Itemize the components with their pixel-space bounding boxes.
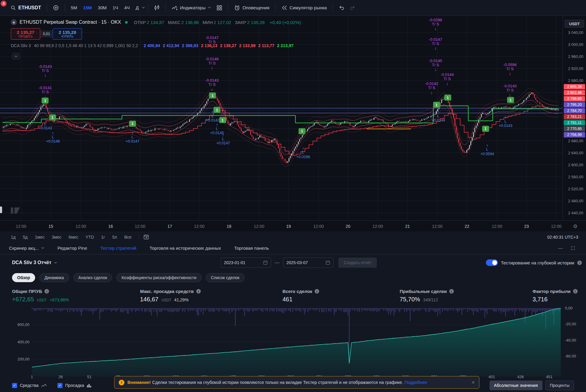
go-to-date-button[interactable] — [143, 234, 149, 240]
price-label-chip: 2 802,46 — [564, 90, 585, 95]
panel-tab[interactable]: Торговля на исторических данных — [150, 246, 221, 251]
chevron-down-icon[interactable] — [142, 7, 145, 9]
price-chart[interactable]: -0.0143T/ S↓-0.0141T/ S↓-0.0147T/ S↓-0.0… — [0, 16, 563, 220]
checkbox-checked[interactable]: ✓ — [57, 383, 63, 388]
range-6мес[interactable]: 6мес — [66, 234, 81, 240]
ohlc-label: МАКС — [168, 20, 181, 25]
sell-button[interactable]: 2 135,27 ПРОДАТЬ — [11, 28, 40, 40]
market-simulator-button[interactable]: Симулятор рынка — [279, 3, 330, 13]
redo-button[interactable] — [347, 3, 359, 13]
range-1г[interactable]: 1г — [98, 234, 108, 240]
checkbox-checked[interactable]: ✓ — [12, 383, 17, 388]
deep-history-toggle[interactable] — [486, 259, 498, 266]
grid-layout-icon — [216, 5, 222, 11]
close-icon[interactable]: × — [472, 379, 475, 386]
subtab[interactable]: Анализ сделок — [73, 273, 112, 282]
warning-text: Внимание!Сделки тестирования на глубокой… — [127, 380, 427, 385]
panel-tab[interactable]: Редактор Pine — [57, 246, 87, 251]
subtab[interactable]: Динамика — [39, 273, 69, 282]
report-header: DCA Sliv 3 Отчёт 2023-01-01 — 2025-03-07… — [0, 255, 586, 271]
timeframe-5M[interactable]: 5M — [68, 3, 80, 12]
buy-label: КУПИТЬ — [62, 35, 73, 38]
timeframe-Д[interactable]: Д — [133, 3, 142, 12]
chart-title[interactable]: ETHUSDT Perpetual Swap Contract · 15 · O… — [20, 20, 121, 25]
timeframe-group: 5M15M30M1Ч4ЧД — [68, 3, 142, 12]
panel-tab-label: Торговая панель — [234, 246, 269, 251]
stat-value: 461 — [282, 296, 292, 303]
range-3мес[interactable]: 3мес — [49, 234, 64, 240]
info-icon[interactable]: i — [315, 289, 319, 294]
panel-tab[interactable]: Скринер акц... — [9, 246, 44, 251]
stat-extra: 41,29% — [174, 297, 188, 302]
series-toggle-equity[interactable]: ✓Средства — [12, 383, 47, 388]
currency-button[interactable]: USDT — [565, 20, 584, 28]
toolbar-separator — [166, 4, 166, 12]
stat-label: Всего сделокi — [282, 289, 319, 294]
time-axis[interactable]: ⚙ 12:001512:001612:001712:001812:001912:… — [0, 220, 586, 232]
range-toolbar: 1д5д1мес3мес6месYTD1г5лВсе 02:40:31 UTC+… — [0, 232, 586, 242]
date-to-input[interactable]: 2025-03-07 — [283, 258, 334, 268]
layout-grid-button[interactable] — [214, 3, 225, 13]
price-axis[interactable]: USDT 3 040,003 000,002 960,002 920,002 8… — [563, 16, 586, 220]
info-icon[interactable]: i — [196, 289, 201, 294]
clock[interactable]: 02:40:31 UTC+3 — [547, 235, 578, 240]
sell-price: 2 135,27 — [17, 30, 34, 35]
timeframe-4Ч[interactable]: 4Ч — [121, 3, 133, 12]
minimize-icon[interactable]: — — [558, 246, 563, 251]
alerts-button[interactable]: Оповещения — [231, 3, 272, 13]
strategy-value: 2 213,97 — [277, 43, 294, 48]
generate-report-button[interactable]: Создать отчёт — [338, 258, 377, 268]
panel-window-controls: — — [558, 246, 577, 251]
symbol-search-button[interactable]: ETHUSDT — [8, 3, 44, 12]
info-icon[interactable]: i — [449, 289, 454, 294]
alerts-label: Оповещения — [243, 5, 270, 10]
info-icon[interactable]: i — [573, 289, 578, 294]
toolbar-separator — [139, 234, 139, 240]
axis-settings-gear-icon[interactable]: ⚙ — [573, 223, 578, 229]
timeframe-30M[interactable]: 30M — [95, 3, 110, 12]
timeframe-1Ч[interactable]: 1Ч — [110, 3, 121, 12]
ohlc-value: 2 135,28 — [247, 20, 264, 25]
range-1д[interactable]: 1д — [8, 234, 19, 240]
date-from-input[interactable]: 2023-01-01 — [221, 258, 271, 268]
range-5д[interactable]: 5д — [20, 234, 31, 240]
stat-label-text: Фактор прибыли — [533, 289, 571, 294]
compare-add-button[interactable] — [50, 3, 62, 13]
range-Все[interactable]: Все — [121, 234, 134, 240]
range-5л[interactable]: 5л — [109, 234, 120, 240]
range-1мес[interactable]: 1мес — [32, 234, 47, 240]
buy-button[interactable]: 2 135,28 КУПИТЬ — [53, 28, 82, 40]
timeframe-15M[interactable]: 15M — [80, 3, 95, 12]
maximize-icon[interactable] — [571, 246, 575, 250]
legend-collapse-button[interactable] — [12, 53, 20, 59]
series-toggle-drawdown[interactable]: ✓Просадка — [57, 383, 92, 388]
subtab[interactable]: Список сделок — [206, 273, 245, 282]
chart-legend: ◆ ETHUSDT Perpetual Swap Contract · 15 ·… — [11, 19, 301, 48]
equity-curve-section[interactable]: 600,00400,00200,000,00-20,00-40,00-60,00… — [0, 307, 586, 379]
left-toolbar-handle[interactable] — [0, 207, 2, 213]
undo-button[interactable] — [336, 3, 347, 13]
chart-type-button[interactable] — [151, 3, 163, 13]
warning-icon: ! — [119, 380, 124, 385]
chevron-down-icon — [208, 7, 211, 9]
value-mode-button[interactable]: Абсолютные значения — [490, 381, 542, 390]
toolbar-separator — [65, 4, 65, 12]
buy-price: 2 135,28 — [59, 30, 76, 35]
panel-tab[interactable]: Торговая панель — [234, 246, 269, 251]
report-title[interactable]: DCA Sliv 3 Отчёт — [12, 260, 57, 265]
value-mode-button[interactable]: Проценты — [545, 381, 574, 390]
panel-tab[interactable]: Тестер стратегий — [100, 246, 136, 251]
stat-block: Всего сделокi461 — [282, 289, 319, 303]
subtab[interactable]: Обзор — [12, 273, 35, 282]
subtab[interactable]: Коэффициенты риска/эффективности — [116, 273, 201, 282]
info-icon[interactable]: i — [577, 261, 582, 265]
warning-more-link[interactable]: Подробнее — [404, 380, 427, 385]
info-icon[interactable]: i — [44, 289, 49, 294]
strategy-params: 40 99 99,9 2 0,5 1,5 46 40 1 13 5 42 0,9… — [34, 43, 138, 48]
deep-history-label: Тестирование на глубокой истории — [501, 260, 574, 265]
indicators-button[interactable]: Индикаторы — [169, 3, 214, 13]
ohlc-value: 2 134,87 — [147, 20, 164, 25]
range-YTD[interactable]: YTD — [83, 234, 97, 240]
strategy-legend[interactable]: DCA Sliv 3 40 99 99,9 2 0,5 1,5 46 40 1 … — [11, 43, 301, 48]
ohlc-values: ОТКР2 134,87МАКС2 136,86МИН2 127,02ЗАКР2… — [130, 20, 265, 25]
